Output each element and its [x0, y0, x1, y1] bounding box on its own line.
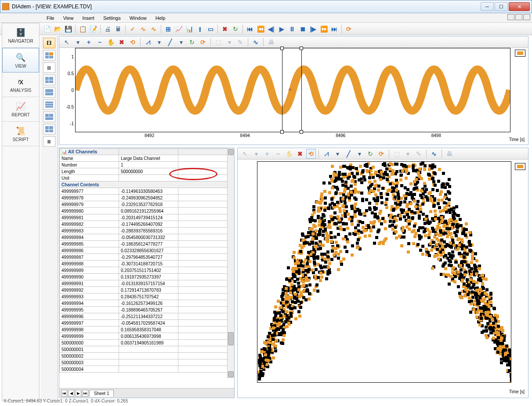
print-chart-icon[interactable]: 🖶 [266, 37, 276, 47]
forward-icon[interactable]: ⏩ [319, 24, 329, 34]
all-channels-header[interactable]: 📊 All Channels [60, 149, 119, 155]
peak-icon[interactable]: ⩘ [322, 149, 331, 159]
table-row[interactable]: 500000001 [60, 346, 234, 353]
open-icon[interactable]: 📂 [53, 24, 62, 34]
nav-report[interactable]: 📈 REPORT [2, 97, 39, 122]
menu-help[interactable]: Help [151, 14, 170, 22]
rewind-icon[interactable]: ⏪ [256, 24, 265, 34]
table-row[interactable]: 499999982-0.174495266407092 [60, 221, 234, 228]
sheet-prev-icon[interactable]: ◀ [68, 390, 74, 397]
reset-zoom-icon[interactable]: ⟲ [306, 149, 316, 159]
table-row[interactable]: 4999999990.006135436973998 [60, 333, 234, 340]
cursor-mode-icon[interactable]: ↖ [240, 149, 250, 159]
play-icon[interactable]: ▶ [277, 24, 286, 34]
menu-window[interactable]: Window [125, 14, 151, 22]
menu-view[interactable]: View [59, 14, 78, 22]
peak-icon[interactable]: ⩘ [143, 37, 153, 47]
curve-tool-icon[interactable]: ∿ [138, 24, 148, 34]
pan-icon[interactable]: ✋ [284, 149, 294, 159]
cursor-dropdown-icon[interactable]: ▾ [251, 149, 261, 159]
picker-icon[interactable]: ✎ [235, 37, 245, 47]
zoom-in-icon[interactable]: + [262, 149, 272, 159]
first-icon[interactable]: ⏮ [245, 24, 255, 34]
nav-view[interactable]: 🔍 VIEW [2, 48, 39, 72]
top-chart-area[interactable]: 1 0.5 0 -0.5 -1 8492 8494 8496 8498 [75, 48, 510, 132]
step-fwd-icon[interactable]: |▶ [308, 24, 318, 34]
menu-file[interactable]: File [42, 14, 59, 22]
menu-settings[interactable]: Settings [99, 14, 125, 22]
legend[interactable] [515, 50, 525, 57]
select-dropdown-icon[interactable]: ▾ [403, 149, 413, 159]
nav-navigator[interactable]: 🗄️ NAVIGATOR [2, 23, 39, 48]
layout-3row-icon[interactable] [43, 99, 55, 110]
sync-icon[interactable]: ↻ [366, 149, 375, 159]
layout-mix-icon[interactable] [43, 112, 55, 122]
table-row[interactable]: 4999999920.172914713870783 [60, 287, 234, 294]
curve-prop-icon[interactable]: ∿ [251, 37, 261, 47]
table-row[interactable]: 499999977-0.114961030580453 [60, 188, 234, 195]
pan-icon[interactable]: ✋ [106, 37, 116, 47]
table-row[interactable]: 499999987-0.297964853540727 [60, 254, 234, 261]
chart-line-icon[interactable]: 📈 [174, 24, 184, 34]
pause-icon[interactable]: ⏸ [287, 24, 297, 34]
mdi-close-button[interactable] [523, 14, 530, 20]
line-dropdown-icon[interactable]: ▾ [176, 37, 186, 47]
record-icon[interactable]: ⟳ [344, 24, 354, 34]
table-row[interactable]: 499999984-0.0545800030731332 [60, 234, 234, 241]
layout-2col-icon[interactable] [43, 75, 55, 85]
picker-icon[interactable]: ✎ [414, 149, 423, 159]
sheet-tab[interactable]: Sheet 1 [89, 390, 114, 397]
table-row[interactable]: 500000002 [60, 353, 234, 359]
cursor-right[interactable] [301, 48, 302, 132]
chart-bars-icon[interactable]: 📊 [185, 24, 194, 34]
scatter-chart-area[interactable]: 1.2 1 0.8 0.6 0.4 8494.65 8494.7 8494.75… [257, 161, 511, 383]
delete-icon[interactable]: ✖ [220, 24, 230, 34]
select-tool-icon[interactable]: ⬚ [214, 37, 223, 47]
mdi-minimize-button[interactable] [507, 14, 514, 20]
properties-icon[interactable]: 📝 [88, 24, 98, 34]
table-row[interactable]: 4999999980.165958358317048 [60, 326, 234, 333]
table-row[interactable]: 499999978-0.249930962594852 [60, 195, 234, 201]
nav-analysis[interactable]: fx ANALYSIS [2, 72, 39, 97]
table-row[interactable]: 499999996-0.251211344337212 [60, 313, 234, 320]
table-row[interactable]: 499999997-0.0545817029587424 [60, 320, 234, 326]
select-dropdown-icon[interactable]: ▾ [224, 37, 234, 47]
save-icon[interactable]: 💾 [63, 24, 73, 34]
layout-1x1-icon[interactable] [43, 50, 55, 61]
step-back-icon[interactable]: ◀| [266, 24, 276, 34]
cycle-icon[interactable]: ⟳ [376, 149, 386, 159]
sheet-first-icon[interactable]: ⏮ [61, 390, 67, 397]
minimize-button[interactable]: ─ [481, 2, 494, 11]
close-button[interactable]: ✕ [509, 2, 530, 11]
print-chart-icon[interactable]: 🖶 [445, 149, 454, 159]
table-row[interactable]: 4999999800.0891621912255964 [60, 208, 234, 214]
table-scrollbar[interactable] [227, 148, 234, 378]
zoom-in-icon[interactable]: + [84, 37, 94, 47]
curve-tool2-icon[interactable]: ∿ [149, 24, 159, 34]
new-doc-icon[interactable]: 📄 [42, 24, 52, 34]
layout-2row-icon[interactable] [43, 87, 55, 98]
stop-icon[interactable]: ⏹ [298, 24, 308, 34]
layout-4-icon[interactable] [43, 124, 55, 134]
table-row[interactable]: 499999979-0.232913537762918 [60, 201, 234, 208]
clear-icon[interactable]: ✖ [295, 149, 305, 159]
last-icon[interactable]: ⏭ [329, 24, 339, 34]
peak-dropdown-icon[interactable]: ▾ [333, 149, 342, 159]
sync-icon[interactable]: ↻ [187, 37, 197, 47]
table-row[interactable]: 499999983-0.288393785569316 [60, 228, 234, 234]
curve-prop-icon[interactable]: ∿ [429, 149, 439, 159]
table-row[interactable]: 499999995-0.188896465705267 [60, 307, 234, 313]
sheet-last-icon[interactable]: ⏭ [82, 390, 88, 397]
table-row[interactable]: 5000000000.0037194905161989 [60, 340, 234, 346]
window-icon[interactable]: ▭ [206, 24, 215, 34]
table-row[interactable]: 500000003 [60, 359, 234, 366]
select-tool-icon[interactable]: ⬚ [392, 149, 402, 159]
line-tool-icon[interactable]: ╱ [344, 149, 353, 159]
cursor-left[interactable] [282, 48, 282, 132]
maximize-button[interactable]: ☐ [495, 2, 508, 11]
clear-icon[interactable]: ✖ [117, 37, 127, 47]
cursor-dropdown-icon[interactable]: ▾ [73, 37, 83, 47]
table-row[interactable]: 500000004 [60, 366, 234, 373]
chart-multi-icon[interactable]: ⫿ [195, 24, 205, 34]
table-row[interactable]: 499999981-0.203149739415124 [60, 214, 234, 221]
